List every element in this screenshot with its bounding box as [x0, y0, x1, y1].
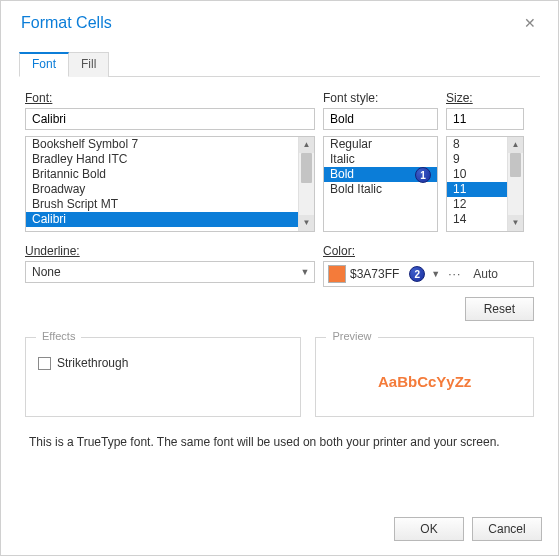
effects-legend: Effects [36, 330, 81, 342]
tab-font[interactable]: Font [19, 52, 69, 77]
cancel-button[interactable]: Cancel [472, 517, 542, 541]
list-item[interactable]: 8 [447, 137, 507, 152]
list-item[interactable]: Regular [324, 137, 437, 152]
label-font-style: Font style: [323, 91, 438, 105]
badge-2: 2 [409, 266, 425, 282]
list-item[interactable]: Britannic Bold [26, 167, 298, 182]
font-size-input[interactable] [446, 108, 524, 130]
dialog-buttons: OK Cancel [394, 517, 542, 541]
effects-group: Effects Strikethrough [25, 337, 301, 417]
label-color: Color: [323, 244, 534, 258]
scroll-up-icon[interactable]: ▲ [299, 137, 314, 153]
list-item[interactable]: Italic [324, 152, 437, 167]
tab-strip: Font Fill [19, 51, 540, 77]
preview-group: Preview AaBbCcYyZz [315, 337, 534, 417]
label-underline: Underline: [25, 244, 315, 258]
list-item[interactable]: 14 [447, 212, 507, 227]
tab-fill[interactable]: Fill [68, 52, 109, 77]
list-item[interactable]: 12 [447, 197, 507, 212]
scroll-thumb[interactable] [301, 153, 312, 183]
color-swatch [328, 265, 346, 283]
strikethrough-checkbox[interactable]: Strikethrough [38, 356, 288, 370]
list-item[interactable]: Brush Script MT [26, 197, 298, 212]
scroll-down-icon[interactable]: ▼ [508, 215, 523, 231]
checkbox-icon [38, 357, 51, 370]
underline-value: None [26, 265, 296, 279]
titlebar: Format Cells ✕ [1, 1, 558, 41]
label-size: Size: [446, 91, 524, 105]
label-font: Font: [25, 91, 315, 105]
close-icon[interactable]: ✕ [518, 13, 542, 33]
more-colors-icon[interactable]: ··· [444, 267, 465, 281]
list-item[interactable]: 9 [447, 152, 507, 167]
scroll-up-icon[interactable]: ▲ [508, 137, 523, 153]
font-size-listbox[interactable]: 8910111214 ▲ ▼ [446, 136, 524, 232]
preview-legend: Preview [326, 330, 377, 342]
badge-1: 1 [415, 167, 431, 183]
list-item[interactable]: Bookshelf Symbol 7 [26, 137, 298, 152]
list-item[interactable]: Calibri [26, 212, 298, 227]
preview-sample: AaBbCcYyZz [328, 356, 521, 406]
scroll-thumb[interactable] [510, 153, 521, 177]
list-item[interactable]: Bradley Hand ITC [26, 152, 298, 167]
dialog-title: Format Cells [21, 14, 112, 32]
list-item[interactable]: 11 [447, 182, 507, 197]
color-auto-link[interactable]: Auto [469, 267, 498, 281]
reset-button[interactable]: Reset [465, 297, 534, 321]
scrollbar[interactable]: ▲ ▼ [298, 137, 314, 231]
underline-select[interactable]: None ▼ [25, 261, 315, 283]
format-cells-dialog: Format Cells ✕ Font Fill Font: Bookshelf… [0, 0, 559, 556]
ok-button[interactable]: OK [394, 517, 464, 541]
list-item[interactable]: 10 [447, 167, 507, 182]
color-picker[interactable]: $3A73FF 2 ▼ ··· Auto [323, 261, 534, 287]
scrollbar[interactable]: ▲ ▼ [507, 137, 523, 231]
chevron-down-icon[interactable]: ▼ [296, 267, 314, 277]
font-name-input[interactable] [25, 108, 315, 130]
strikethrough-label: Strikethrough [57, 356, 128, 370]
chevron-down-icon[interactable]: ▼ [431, 269, 440, 279]
footnote: This is a TrueType font. The same font w… [29, 435, 534, 449]
font-listbox[interactable]: Bookshelf Symbol 7Bradley Hand ITCBritan… [25, 136, 315, 232]
scroll-down-icon[interactable]: ▼ [299, 215, 314, 231]
list-item[interactable]: Bold Italic [324, 182, 437, 197]
font-style-input[interactable] [323, 108, 438, 130]
list-item[interactable]: Broadway [26, 182, 298, 197]
font-style-listbox[interactable]: RegularItalicBoldBold Italic 1 [323, 136, 438, 232]
color-hex: $3A73FF [350, 267, 399, 281]
